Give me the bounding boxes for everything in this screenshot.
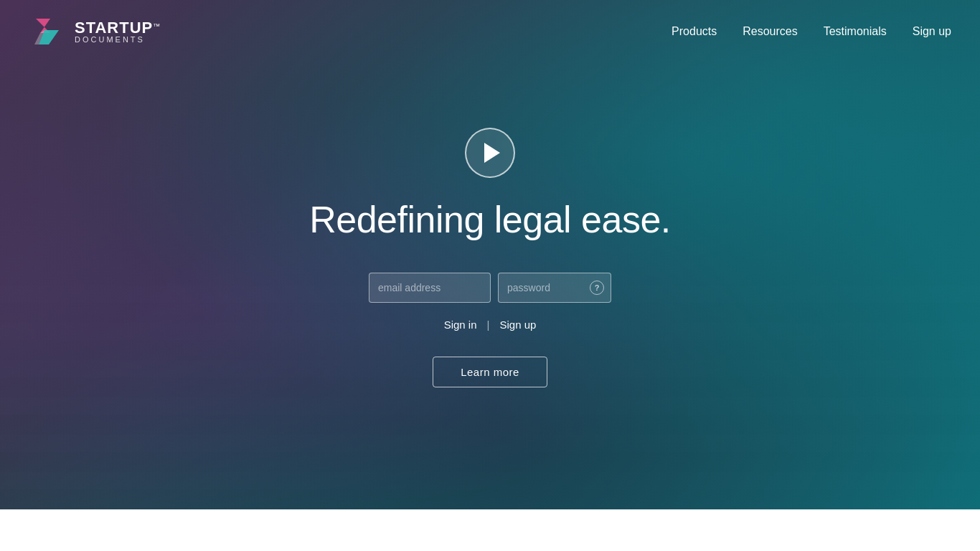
hero-content: Redefining legal ease. ? Sign in | Sign …: [0, 49, 980, 509]
logo-documents: DOCUMENTS: [75, 36, 160, 44]
logo-text: STARTUP™ DOCUMENTS: [75, 20, 160, 44]
auth-links: Sign in | Sign up: [444, 319, 537, 331]
password-help-icon[interactable]: ?: [590, 281, 604, 295]
nav-signup[interactable]: Sign up: [913, 25, 951, 38]
logo-tm: ™: [153, 22, 160, 29]
login-form: ?: [369, 273, 611, 303]
signup-link[interactable]: Sign up: [499, 319, 536, 331]
hero-section: STARTUP™ DOCUMENTS Products Resources Te…: [0, 0, 980, 509]
logo-area: STARTUP™ DOCUMENTS: [29, 13, 160, 50]
below-section: [0, 509, 980, 551]
logo-startup: STARTUP™: [75, 20, 160, 36]
logo-icon: [29, 13, 66, 50]
play-icon: [484, 143, 500, 163]
play-button[interactable]: [465, 128, 515, 178]
nav-links: Products Resources Testimonials Sign up: [672, 25, 951, 38]
tagline: Redefining legal ease.: [309, 198, 671, 241]
email-input[interactable]: [369, 273, 491, 303]
nav-products[interactable]: Products: [672, 25, 717, 38]
nav-resources[interactable]: Resources: [743, 25, 797, 38]
nav-testimonials[interactable]: Testimonials: [824, 25, 887, 38]
learn-more-button[interactable]: Learn more: [433, 357, 547, 387]
signin-link[interactable]: Sign in: [444, 319, 477, 331]
password-wrapper: ?: [498, 273, 611, 303]
auth-divider: |: [487, 319, 490, 331]
